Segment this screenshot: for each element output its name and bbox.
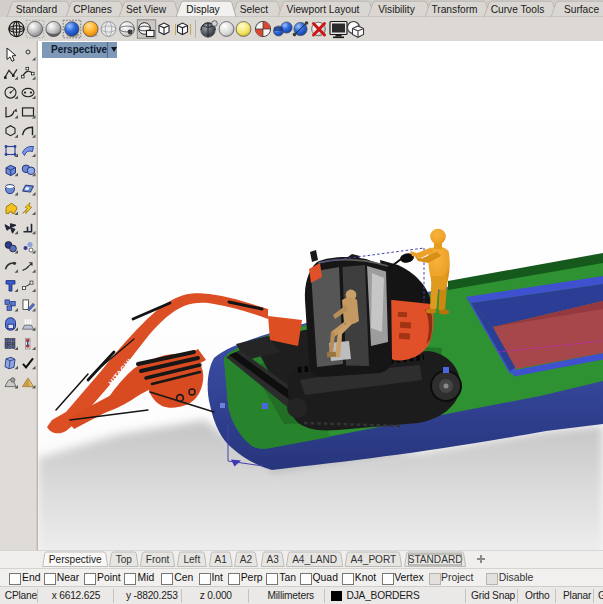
svg-text:Viewport Layout: Viewport Layout — [287, 4, 360, 15]
svg-text:Display: Display — [186, 4, 220, 15]
svg-text:Top: Top — [116, 554, 133, 565]
svg-text:A2: A2 — [240, 554, 253, 565]
svg-text:A4_LAND: A4_LAND — [292, 554, 337, 565]
svg-text:Front: Front — [146, 554, 170, 565]
svg-text:CPlanes: CPlanes — [73, 4, 112, 15]
svg-text:Standard: Standard — [16, 4, 58, 15]
svg-text:A1: A1 — [215, 554, 228, 565]
svg-text:Set View: Set View — [126, 4, 167, 15]
svg-text:STANDARD: STANDARD — [408, 554, 463, 565]
svg-text:Visibility: Visibility — [378, 4, 416, 15]
svg-text:Perspective: Perspective — [49, 554, 102, 565]
svg-text:Surface: Surface — [564, 4, 599, 15]
svg-text:Curve Tools: Curve Tools — [491, 4, 545, 15]
svg-text:Left: Left — [183, 554, 200, 565]
svg-text:A4_PORT: A4_PORT — [350, 554, 396, 565]
svg-text:Select: Select — [240, 4, 268, 15]
svg-text:Transform: Transform — [431, 4, 477, 15]
svg-text:A3: A3 — [266, 554, 279, 565]
